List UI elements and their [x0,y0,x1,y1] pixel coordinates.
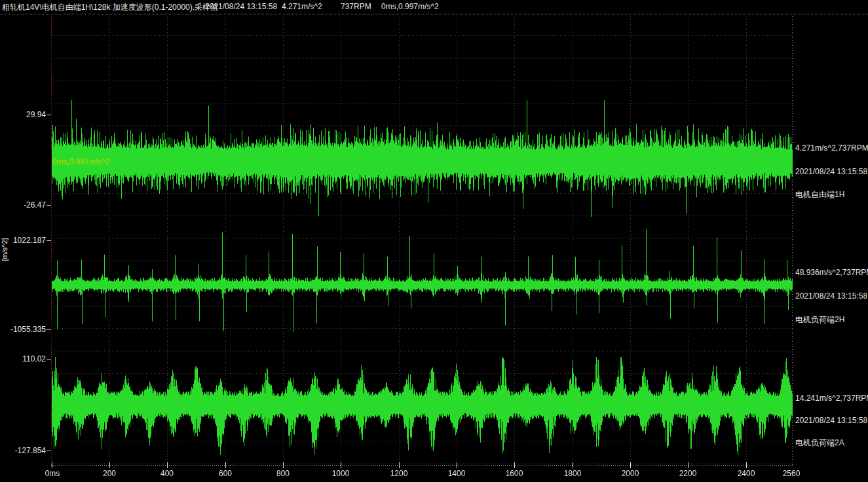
x-tick-label-2560: 2560 [777,469,806,478]
timestamp-label-plot2: 2021/08/24 13:15:58 [795,291,867,301]
y-tick-mark [47,205,51,206]
y-tick-mark [47,329,51,330]
waveform-plot-area[interactable] [51,16,793,470]
overall-value-label-plot3: 14.241m/s^2,737RPM [795,394,867,403]
y-min-label-plot1: -26.47 [1,200,46,210]
y-tick-mark [47,451,51,451]
x-tick-label-2400: 2400 [732,469,761,478]
y-min-label-plot2: -1055.335 [1,325,46,334]
timestamp-label-plot3: 2021/08/24 13:15:58 [795,416,867,425]
channel-label-plot3: 电机负荷端2A [795,437,867,449]
x-tick-label-1200: 1200 [385,469,413,478]
overall-value-label-plot2: 48.936m/s^2,737RPM [795,268,867,277]
channel-label-plot1: 电机自由端1H [795,189,867,200]
x-tick-label-1000: 1000 [326,469,355,478]
cursor-readout-label: 0ms,0.997m/s^2 [52,157,110,166]
title-bar: 粗轧机14V\电机自由端1H\128k 加速度波形(0.1-20000).采样值… [0,0,868,14]
y-tick-mark [47,115,51,115]
x-tick-label-200: 200 [95,469,124,478]
overall-value-label-plot1: 4.271m/s^2,737RPM [795,143,867,153]
x-tick-label-1600: 1600 [500,469,529,478]
title-overall-value: 4.271m/s^2 [282,2,322,11]
title-timestamp: 2021/08/24 13:15:58 [205,2,277,11]
y-min-label-plot3: -127.854 [1,446,46,455]
x-tick-label-400: 400 [153,469,181,478]
x-tick-label-1800: 1800 [558,469,587,478]
title-rpm-value: 737RPM [341,2,371,11]
channel-label-plot2: 电机负荷端2H [795,314,867,325]
y-tick-mark [47,240,51,241]
y-max-label-plot2: 1022.187 [1,236,46,245]
title-separator [0,14,868,14]
timestamp-label-plot1: 2021/08/24 13:15:58 [795,167,867,176]
record-path-title: 粗轧机14V\电机自由端1H\128k 加速度波形(0.1-20000).采样值 [2,2,218,13]
x-tick-label-2000: 2000 [616,469,645,478]
vibration-analyzer-screen: { "title_bar": { "items": [ "粗轧机14V\\电机自… [0,0,868,482]
x-tick-label-0ms: 0ms [38,469,67,478]
y-max-label-plot3: 110.02 [1,354,46,363]
title-cursor-value: 0ms,0.997m/s^2 [381,2,439,11]
y-max-label-plot1: 29.94 [1,110,46,119]
y-tick-mark [47,359,51,360]
x-tick-label-600: 600 [211,469,240,478]
x-tick-label-2200: 2200 [673,469,702,478]
y-axis-unit-label: [m/s^2] [1,227,9,272]
x-tick-label-800: 800 [269,469,297,478]
x-tick-label-1400: 1400 [442,469,471,478]
